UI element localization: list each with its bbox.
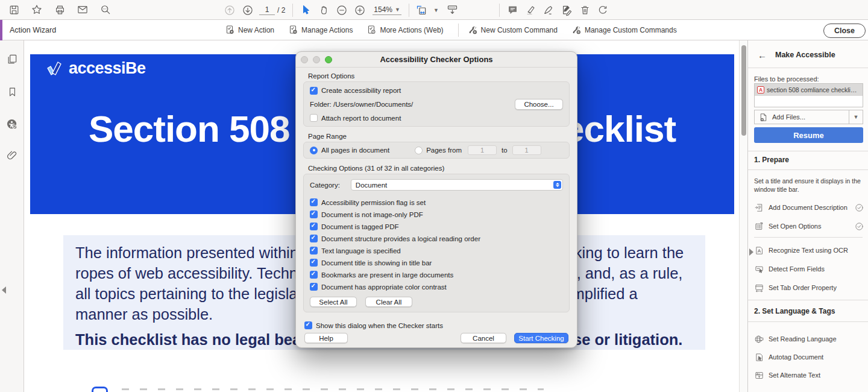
choose-folder-button[interactable]: Choose... (515, 99, 563, 110)
delete-icon[interactable] (576, 2, 594, 18)
manage-actions-button[interactable]: Manage Actions (288, 24, 353, 37)
divider (748, 321, 868, 322)
new-action-button[interactable]: New Action (224, 24, 274, 37)
start-checking-button[interactable]: Start Checking (514, 333, 568, 343)
highlight-icon[interactable] (521, 2, 539, 18)
select-all-button[interactable]: Select All (310, 297, 357, 307)
check-item-checkbox[interactable] (310, 223, 318, 230)
attach-report-checkbox[interactable] (310, 114, 318, 122)
bookmarks-icon[interactable] (0, 81, 24, 102)
email-icon[interactable] (74, 2, 92, 17)
back-arrow-icon[interactable]: ← (758, 50, 767, 60)
check-item-checkbox[interactable] (310, 247, 318, 254)
detect-form-fields-item[interactable]: Detect Form Fields (754, 262, 865, 276)
category-select[interactable]: Document (351, 179, 563, 191)
accessibility-icon[interactable] (0, 114, 24, 134)
all-pages-radio[interactable] (310, 147, 318, 154)
show-dialog-label: Show this dialog when the Checker starts (316, 322, 443, 329)
more-actions-web-label: More Actions (Web) (380, 26, 443, 34)
report-options-label: Report Options (308, 72, 570, 80)
more-actions-web-button[interactable]: More Actions (Web) (366, 24, 443, 37)
add-files-button[interactable]: Add Files... (754, 110, 849, 124)
hand-icon[interactable] (315, 2, 333, 18)
autotag-document-item[interactable]: Autotag Document (754, 350, 865, 364)
dialog-titlebar: Accessibility Checker Options (296, 52, 577, 68)
check-item-checkbox[interactable] (310, 271, 318, 279)
page-down-icon[interactable] (239, 2, 257, 18)
check-item-label: Accessibility permission flag is set (321, 199, 426, 206)
page-number-input[interactable] (259, 5, 275, 15)
item-label: Set Alternate Text (769, 371, 820, 379)
zoom-in-icon[interactable] (351, 2, 369, 18)
help-button[interactable]: Help (304, 333, 348, 343)
check-item-checkbox[interactable] (310, 198, 318, 206)
new-custom-command-icon (467, 24, 478, 37)
cancel-button[interactable]: Cancel (461, 333, 506, 343)
check-item: Document is not image-only PDF (310, 210, 563, 218)
item-label: Recognize Text using OCR (769, 247, 848, 254)
page-total-label: / 2 (277, 6, 285, 14)
new-action-icon (224, 24, 235, 37)
select-icon[interactable] (297, 2, 315, 18)
show-dialog-checkbox[interactable] (304, 321, 312, 329)
save-icon[interactable] (5, 2, 23, 17)
add-files-dropdown-arrow[interactable]: ▼ (849, 110, 863, 124)
manage-custom-commands-button[interactable]: Manage Custom Commands (571, 24, 677, 37)
star-icon[interactable] (28, 2, 46, 17)
item-label: Add Document Description (769, 204, 848, 211)
reading-language-icon (754, 334, 764, 344)
panel-title: Make Accessible (775, 51, 835, 59)
page-to-input[interactable] (512, 145, 541, 155)
check-item-checkbox[interactable] (310, 283, 318, 291)
close-button[interactable]: Close (823, 24, 866, 38)
check-item-checkbox[interactable] (310, 235, 318, 242)
rotate-icon[interactable] (594, 2, 612, 18)
page-range-label: Page Range (308, 133, 570, 140)
collapse-panel-arrow-icon[interactable] (749, 248, 753, 256)
set-open-options-item[interactable]: Set Open Options (754, 220, 865, 233)
create-report-label: Create accessibility report (321, 87, 401, 94)
to-label: to (502, 147, 508, 154)
fill-sign-icon[interactable] (558, 2, 576, 18)
search-icon[interactable] (96, 2, 115, 17)
page-from-input[interactable] (468, 145, 497, 155)
check-item-checkbox[interactable] (310, 259, 318, 267)
print-icon[interactable] (51, 2, 69, 17)
divider (748, 169, 868, 170)
check-item: Document has appropriate color contrast (310, 283, 563, 291)
file-list-item[interactable]: A section 508 comliance checkli… (755, 84, 863, 96)
set-alternate-text-item[interactable]: Set Alternate Text (754, 368, 865, 382)
collapse-nav-arrow-icon[interactable] (2, 286, 6, 294)
sign-icon[interactable] (539, 2, 558, 18)
check-item-checkbox[interactable] (310, 210, 318, 218)
attachments-icon[interactable] (0, 145, 24, 166)
action-wizard-accent (0, 20, 2, 40)
clear-all-button[interactable]: Clear All (365, 297, 412, 307)
prepare-description: Set a title and ensure it displays in th… (754, 177, 865, 194)
toolbar-divider (458, 24, 459, 37)
check-item-label: Document is not image-only PDF (321, 211, 423, 218)
chevron-down-icon[interactable]: ▼ (433, 7, 439, 13)
pages-icon[interactable] (0, 49, 24, 69)
zoom-level-dropdown[interactable]: 154% ▼ (373, 5, 401, 15)
resume-button[interactable]: Resume (754, 127, 863, 143)
item-label: Autotag Document (769, 353, 823, 361)
new-custom-command-button[interactable]: New Custom Command (467, 24, 558, 37)
page-up-icon[interactable] (221, 2, 239, 18)
set-reading-language-item[interactable]: Set Reading Language (754, 332, 865, 346)
fit-page-icon[interactable] (413, 2, 431, 18)
scrollbar-thumb[interactable] (741, 45, 746, 136)
set-tab-order-item[interactable]: Set Tab Order Property (754, 281, 865, 294)
pages-from-radio[interactable] (415, 147, 423, 154)
add-files-label: Add Files... (772, 113, 805, 121)
check-item: Bookmarks are present in large documents (310, 271, 563, 279)
manage-custom-commands-icon (571, 24, 582, 37)
create-report-checkbox[interactable] (310, 87, 318, 95)
manage-actions-icon (288, 24, 298, 37)
add-document-description-item[interactable]: Add Document Description (754, 201, 865, 214)
select-stepper-icon (553, 181, 561, 189)
scrolling-mode-icon[interactable] (444, 2, 462, 18)
recognize-text-ocr-item[interactable]: Recognize Text using OCR (754, 244, 865, 257)
comment-icon[interactable] (503, 2, 521, 18)
zoom-out-icon[interactable] (333, 2, 351, 18)
